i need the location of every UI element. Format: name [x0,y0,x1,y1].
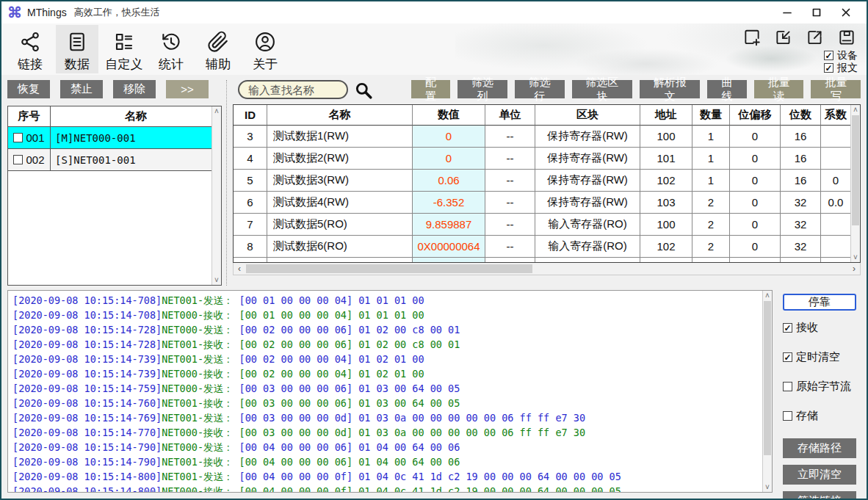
scroll-down-icon[interactable]: ˅ [212,275,221,285]
dock-button[interactable]: 停靠 [783,294,856,311]
device-row[interactable]: 002 [S]NET001-001 [8,149,221,171]
row-checkbox[interactable] [13,155,23,164]
log-line: [2020-09-08 10:15:14-800]NET001-发送：[00 0… [12,469,758,484]
scrollbar-thumb[interactable] [246,264,532,273]
log-option-checkbox[interactable]: 接收 [783,321,861,335]
log-timestamp: [2020-09-08 10:15:14-800] [12,485,162,493]
new-window-button[interactable] [741,26,763,48]
cell-value[interactable]: 0 [413,126,485,148]
data-action-button[interactable]: 筛选列 [457,80,507,98]
table-row-partial[interactable]: 9 测试数据7(RO) 输入寄存器(RO) 104 2 0 1 [234,258,850,263]
tab-assist[interactable]: 辅助 [197,25,239,73]
log-action-button[interactable]: 存储路径 [783,438,856,458]
scroll-down-icon[interactable]: ˅ [763,482,772,492]
data-action-button[interactable]: 曲线 [707,80,746,98]
toolbar-checkbox[interactable]: 报文 [824,62,858,74]
device-action-button[interactable]: 禁止 [60,80,103,98]
data-action-button[interactable]: 配置 [411,80,450,98]
cell-value[interactable]: 0 [413,148,485,170]
data-action-button[interactable]: 批量读 [754,80,804,98]
column-header[interactable]: 位偏移 [730,105,781,126]
data-action-button[interactable]: 解析报文 [640,80,700,98]
log-timestamp: [2020-09-08 10:15:14-790] [12,456,162,468]
scroll-up-icon[interactable]: ˄ [763,291,772,300]
device-action-button[interactable]: >> [166,80,209,98]
cell-value[interactable]: 9.859887 [413,214,485,236]
cell-value[interactable]: -6.352 [413,192,485,214]
cell-value[interactable]: 0X00000064 [413,236,485,258]
scroll-left-icon[interactable]: ‹ [234,263,245,275]
data-table-vscrollbar[interactable]: ˄ ˅ [850,105,860,262]
log-vscrollbar[interactable]: ˄ ˅ [762,291,772,492]
app-logo-icon: ⌘ [7,5,22,20]
search-icon[interactable] [354,81,373,100]
column-header[interactable]: 单位 [485,105,535,126]
column-header[interactable]: 数量 [692,105,730,126]
save-button[interactable] [836,26,858,48]
log-line: [2020-09-08 10:15:14-728]NET000-发送：[00 0… [12,322,758,337]
cell-name: 测试数据1(RW) [267,126,413,148]
scrollbar-thumb[interactable] [852,115,859,225]
app-window: ⌘ MThings 高效工作，快乐生活 链接 数据 [0,0,868,500]
column-header[interactable]: 名称 [51,106,221,126]
table-row[interactable]: 7 测试数据5(RO) 9.859887 -- 输入寄存器(RO) 100 2 … [234,214,850,236]
log-action-button[interactable]: 筛选链接 [783,491,856,500]
scroll-up-icon[interactable]: ˄ [851,105,860,115]
data-action-button[interactable]: 筛选行 [515,80,565,98]
tab-link[interactable]: 链接 [9,25,51,73]
cell-block: 保持寄存器(RW) [535,170,640,192]
tab-label: 统计 [159,56,184,73]
log-option-checkbox[interactable]: 存储 [783,409,861,423]
tab-data[interactable]: 数据 [56,25,98,73]
cell-unit: -- [485,148,535,170]
close-button[interactable] [831,2,861,23]
device-table-scrollbar[interactable]: ˄ ˅ [211,106,221,285]
tab-about[interactable]: 关于 [244,25,286,73]
cell-quantity: 1 [692,126,730,148]
column-header[interactable]: 地址 [640,105,692,126]
data-action-button[interactable]: 筛选区块 [572,80,632,98]
scrollbar-thumb[interactable] [764,301,771,455]
log-option-checkbox[interactable]: 原始字节流 [783,380,861,394]
table-row[interactable]: 6 测试数据4(RW) -6.352 -- 保持寄存器(RW) 103 2 0 … [234,192,850,214]
toolbar-checkbox[interactable]: 设备 [824,49,858,62]
column-header[interactable]: 名称 [267,105,413,126]
scroll-down-icon[interactable]: ˅ [851,253,860,262]
data-table-hscrollbar[interactable]: ‹ › [233,263,861,275]
table-row[interactable]: 8 测试数据6(RO) 0X00000064 -- 输入寄存器(RO) 102 … [234,236,850,258]
table-row[interactable]: 5 测试数据3(RW) 0.06 -- 保持寄存器(RW) 102 1 0 16… [234,170,850,192]
scroll-up-icon[interactable]: ˄ [212,106,221,116]
minimize-button[interactable] [773,2,802,23]
panel-splitter[interactable] [222,80,233,286]
log-option-checkbox[interactable]: 定时清空 [783,350,861,364]
device-action-button[interactable]: 恢复 [7,80,50,98]
log-checkbox-list: 接收 定时清空 原始字节流 存储 [778,321,861,438]
row-checkbox[interactable] [13,133,23,142]
search-input[interactable] [238,80,348,99]
tab-statistics[interactable]: 统计 [150,25,192,73]
column-header[interactable]: 位数 [781,105,821,126]
column-header[interactable]: 序号 [8,106,51,126]
log-bytes: [00 02 00 00 00 04] 01 02 01 00 [239,353,424,365]
column-header[interactable]: 系数 [821,105,850,126]
column-header[interactable]: ID [234,105,267,126]
import-button[interactable] [773,26,795,48]
log-viewer[interactable]: [2020-09-08 10:15:14-708]NET001-发送：[00 0… [7,290,773,493]
log-action-button[interactable]: 立即清空 [783,465,856,485]
export-button[interactable] [804,26,826,48]
scroll-right-icon[interactable]: › [848,263,860,275]
device-row[interactable]: 001 [M]NET000-001 [8,127,221,149]
column-header[interactable]: 数值 [413,105,485,126]
column-header[interactable]: 区块 [535,105,640,126]
document-lines-icon [66,29,88,54]
table-row[interactable]: 4 测试数据2(RW) 0 -- 保持寄存器(RW) 101 1 0 16 [234,148,850,170]
tab-custom[interactable]: 自定义 [103,25,145,73]
maximize-button[interactable] [802,2,831,23]
device-action-button[interactable]: 移除 [113,80,156,98]
cell-bits: 16 [781,148,821,170]
table-row[interactable]: 3 测试数据1(RW) 0 -- 保持寄存器(RW) 100 1 0 16 [234,126,850,148]
log-timestamp: [2020-09-08 10:15:14-800] [12,471,162,482]
data-action-button[interactable]: 批量写 [811,80,861,98]
cell-value[interactable]: 0.06 [413,170,485,192]
device-panel: 恢复 禁止 移除 >> 序号 名称 [7,80,222,286]
